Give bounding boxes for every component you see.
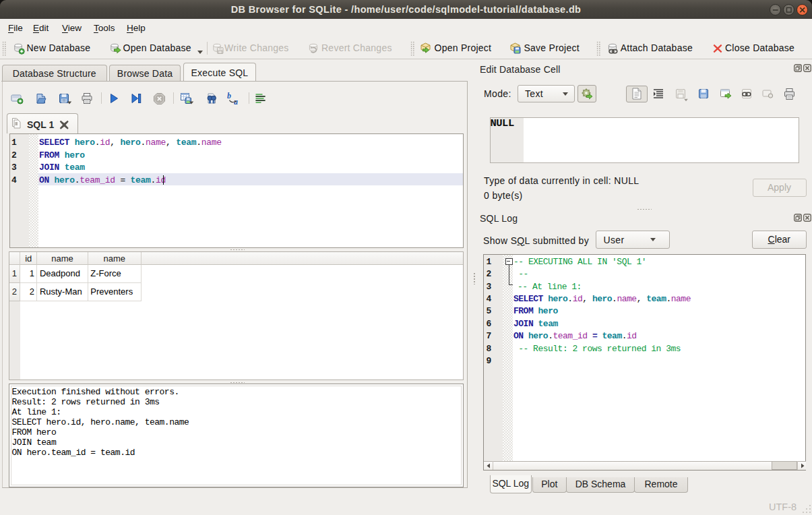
svg-text:b: b (227, 92, 231, 100)
